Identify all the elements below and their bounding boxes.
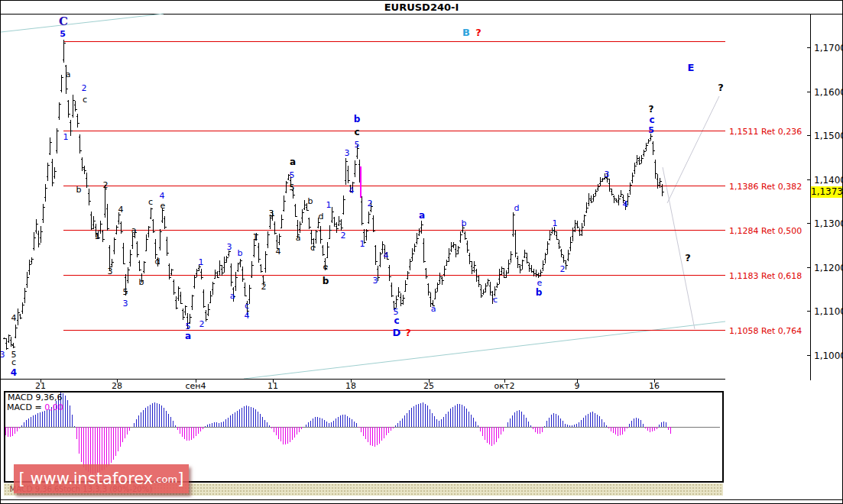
wave-label: 2 (261, 283, 267, 291)
wave-label: e (537, 279, 543, 287)
time-axis-label: 18 (345, 381, 356, 391)
wave-label: 1 (199, 258, 204, 267)
price-axis-label: 1,1500 (814, 131, 843, 141)
time-axis-label: 28 (112, 381, 122, 391)
wave-label: b (462, 219, 467, 228)
time-axis-label: сен4 (185, 381, 206, 391)
wave-label: b (354, 115, 361, 124)
price-axis-label: 1,1100 (814, 306, 843, 317)
wave-label: 3 (269, 209, 274, 218)
wave-label: a (431, 305, 436, 313)
wave-label: 2 (560, 265, 566, 273)
wave-label: 2 (82, 84, 87, 92)
macd-value-readout: MACD = 0,00 (7, 402, 63, 412)
fib-label: 1,1183 Ret 0,618 (729, 270, 802, 280)
wave-label: 1 (553, 219, 558, 228)
wave-label: 1 (95, 232, 100, 241)
wave-label: 5 (60, 30, 66, 38)
wave-label: B (462, 28, 470, 37)
wave-label: 3 (123, 299, 128, 308)
price-axis-label: 1,1000 (814, 351, 843, 361)
chart-window: EURUSD240-I 1,1511 Ret 0,2361,1386 Ret 0… (0, 0, 843, 504)
wave-label: a (66, 70, 71, 79)
wave-label: a (296, 234, 301, 242)
wave-label: b (76, 186, 82, 194)
price-bars (3, 40, 664, 350)
price-axis-label: 1,1700 (814, 43, 843, 53)
wave-label: c (83, 95, 87, 104)
time-axis-label: 9 (575, 381, 580, 391)
wave-label: b (139, 278, 144, 286)
price-axis-label: 1,1600 (814, 87, 843, 98)
macd-indicator-name: MACD 9,36,6 (8, 393, 62, 402)
wave-label: C (59, 18, 68, 26)
wave-label: 3 (605, 170, 610, 179)
wave-label: 4 (160, 192, 165, 200)
wave-label: ? (685, 254, 691, 262)
macd-histogram-positive (22, 393, 666, 427)
time-axis-label: 11 (267, 381, 278, 391)
instaforex-watermark: [ www.instaforex.com ] (14, 464, 189, 493)
wave-label: 5 (355, 141, 360, 149)
wave-label: c (493, 296, 498, 304)
time-axis-label: 21 (35, 381, 46, 391)
watermark-text-main: [ www.instaforex (19, 470, 154, 488)
wave-label: c (394, 317, 399, 325)
wave-label: D (393, 328, 401, 337)
macd-value: 0,00 (44, 402, 63, 412)
wave-label: b (308, 197, 313, 205)
wave-label: 5 (290, 183, 295, 192)
watermark-text-bracket: ] (177, 470, 183, 488)
price-axis-label: 1,1200 (814, 263, 843, 273)
wave-label: 1 (326, 201, 332, 209)
fib-label: 1,1284 Ret 0,500 (729, 225, 802, 235)
wave-label: 5 (123, 288, 128, 296)
wave-label: a (290, 158, 296, 166)
wave-label: 2 (199, 320, 205, 328)
wave-label: ? (475, 28, 481, 37)
wave-label: a (230, 292, 235, 300)
wave-label: ? (405, 328, 411, 337)
wave-label: a (131, 226, 137, 234)
wave-label: 3 (373, 276, 378, 285)
wave-label: 2 (103, 181, 109, 189)
wave-label: 4 (623, 200, 628, 208)
price-axis-label: 1,1300 (814, 218, 843, 229)
wave-label: d (514, 204, 520, 212)
wave-label: b (238, 249, 243, 257)
wave-label: 2 (341, 231, 346, 240)
fib-label: 1,1058 Ret 0,764 (729, 325, 802, 335)
wave-label: 1 (253, 233, 258, 241)
wave-label: e (323, 263, 329, 271)
trendline (1, 14, 164, 32)
wave-label: 1 (360, 240, 365, 248)
fib-label: 1,1511 Ret 0,236 (729, 126, 802, 136)
wave-label: c (649, 116, 654, 124)
wave-label: c (354, 128, 359, 137)
wave-label: 5 (186, 322, 191, 331)
wave-label: 3 (108, 267, 113, 276)
wave-label: b (323, 277, 329, 286)
wave-label: c (148, 198, 153, 206)
current-price-badge: 1,1373 (811, 186, 843, 198)
wave-label: 2 (368, 199, 373, 208)
price-chart-canvas[interactable] (1, 1, 843, 504)
watermark-text-com: .com (153, 473, 177, 485)
wave-label: 1 (63, 133, 69, 141)
wave-label: 4 (276, 247, 281, 256)
wave-label: d (155, 257, 160, 266)
wave-label: 3 (227, 243, 232, 251)
wave-label: 4 (384, 251, 389, 260)
time-axis-label: окт2 (494, 381, 515, 391)
wave-label: c (310, 244, 315, 252)
wave-label: d (319, 212, 324, 221)
bottom-border (1, 499, 842, 500)
wave-label: c (11, 358, 16, 367)
fib-label: 1,1386 Ret 0,382 (729, 181, 802, 191)
wave-label: b (536, 289, 543, 297)
wave-label: E (688, 63, 695, 72)
wave-label: a (185, 332, 191, 341)
price-axis-label: 1,1400 (814, 175, 843, 186)
wave-label: 3 (345, 149, 350, 157)
macd-value-prefix: MACD = (7, 402, 42, 412)
